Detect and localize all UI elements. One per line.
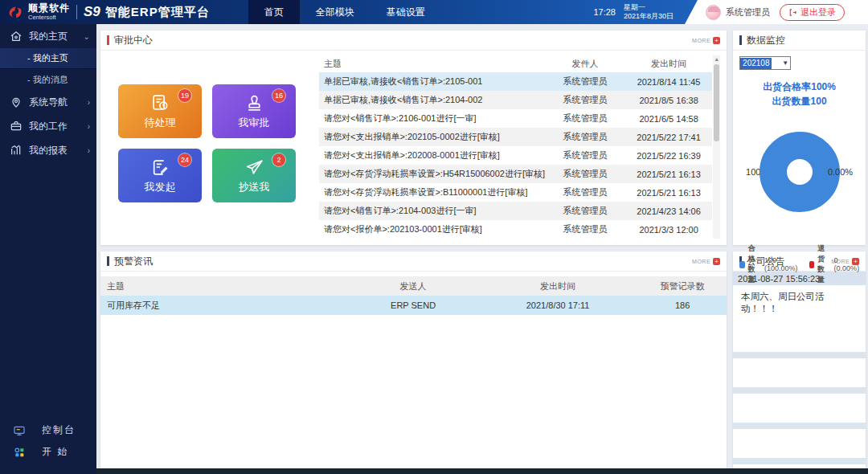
- more-label: MORE: [692, 38, 710, 43]
- sidebar-label: 系统导航: [29, 96, 68, 109]
- stamp-icon: [244, 93, 264, 113]
- table-row[interactable]: 请您对<支出报销单>:202008-0001进行[审核] 系统管理员 2021/…: [319, 146, 712, 165]
- table-row[interactable]: 请您对<报价单>:202103-0001进行[审核] 系统管理员 2021/3/…: [319, 220, 712, 239]
- table-row[interactable]: 单据已审核,请接收<销售订单>:2104-002 系统管理员 2021/8/5 …: [319, 91, 712, 109]
- row-time: 2021/6/5 14:58: [625, 114, 712, 124]
- table-row[interactable]: 请您对<销售订单>:2106-001进行[一审] 系统管理员 2021/6/5 …: [319, 109, 712, 128]
- sidebar-label: 我的主页: [29, 30, 68, 43]
- paper-plane-icon: [244, 157, 264, 178]
- sidebar-item-console[interactable]: 控制台: [0, 419, 96, 441]
- scrollbar[interactable]: ▲: [713, 55, 720, 239]
- row-time: 2021/8/5 16:38: [625, 96, 712, 105]
- row-subject: 请您对<支出报销单>:202105-0002进行[审核]: [319, 131, 545, 143]
- legend-swatch: [739, 261, 744, 268]
- weekday: 星期一: [624, 3, 674, 12]
- more-plus-icon: +: [713, 258, 720, 265]
- col-time: 发出时间: [625, 58, 712, 70]
- scroll-up-icon[interactable]: ▲: [713, 55, 720, 63]
- top-bar: 顺景软件 Centersoft S9 智能ERP管理平台 首页 全部模块 基础设…: [0, 0, 868, 24]
- legend-item[interactable]: 退货数量 0 (0.00%): [809, 243, 860, 285]
- chevron-right-icon: ›: [88, 146, 90, 155]
- top-nav: 首页 全部模块 基础设置: [248, 0, 441, 24]
- sidebar-item-system-nav[interactable]: 系统导航 ›: [0, 90, 96, 114]
- row-time: 2021/5/21 16:13: [625, 170, 712, 179]
- scroll-thumb[interactable]: [714, 64, 719, 141]
- dropdown-arrow-icon: ▼: [782, 59, 790, 67]
- alerts-panel: 预警资讯 MORE + 主题 发送人 发出时间 预警记录数 可用库存不足 ERP…: [100, 251, 727, 468]
- chart-icon: [10, 144, 23, 157]
- header-accent: [107, 256, 109, 266]
- tile-label: 抄送我: [239, 180, 270, 194]
- legend-label: 退货数量: [817, 243, 831, 285]
- sidebar-item-my-home[interactable]: 我的主页 ⌄: [0, 24, 96, 48]
- nav-basic-settings[interactable]: 基础设置: [371, 0, 441, 24]
- row-sender: 系统管理员: [545, 223, 625, 235]
- col-count: 预警记录数: [638, 280, 727, 292]
- col-time: 发出时间: [477, 280, 638, 292]
- logout-label: 退出登录: [800, 6, 836, 18]
- bottom-strip: [96, 468, 868, 474]
- row-count: 186: [638, 300, 727, 310]
- logo-title: 顺景软件: [28, 3, 70, 13]
- tile-label: 我审批: [239, 116, 270, 130]
- clock-date: 星期一 2021年8月30日: [624, 3, 674, 22]
- tile-pending[interactable]: 19 待处理: [118, 84, 202, 138]
- row-subject: 请您对<销售订单>:2106-001进行[一审]: [319, 112, 545, 125]
- more-button[interactable]: MORE +: [692, 37, 720, 44]
- announcement-placeholders: [733, 323, 866, 464]
- table-row[interactable]: 请您对<支出报销单>:202105-0002进行[审核] 系统管理员 2021/…: [319, 128, 712, 146]
- row-subject: 请您对<销售订单>:2104-003进行[一审]: [319, 205, 545, 217]
- approval-table: 主题 发件人 发出时间 单据已审核,请接收<销售订单>:2105-001 系统管…: [319, 55, 720, 239]
- tile-label: 待处理: [145, 116, 176, 130]
- row-time: 2021/5/22 17:41: [625, 133, 712, 142]
- row-subject: 请您对<支出报销单>:202008-0001进行[审核]: [319, 149, 545, 161]
- monitor-summary: 出货合格率100% 出货数量100: [739, 80, 859, 108]
- app-logo: 顺景软件 Centersoft S9 智能ERP管理平台: [0, 3, 210, 21]
- date: 2021年8月30日: [624, 12, 674, 21]
- table-row[interactable]: 单据已审核,请接收<销售订单>:2105-001 系统管理员 2021/8/14…: [319, 72, 712, 91]
- approval-tiles: 19 待处理 16 我审批 24 我发起 2: [108, 84, 311, 239]
- sidebar-item-my-reports[interactable]: 我的报表 ›: [0, 138, 96, 162]
- sidebar-sub-my-messages[interactable]: - 我的消息: [0, 69, 96, 90]
- period-select[interactable]: 202108 ▼: [739, 56, 791, 70]
- legend-item[interactable]: 合格数量 100 (100.00%): [739, 243, 798, 285]
- sidebar-item-my-work[interactable]: 我的工作 ›: [0, 114, 96, 138]
- table-row[interactable]: 请您对<存货浮动耗损率设置>:B11000001进行[审核] 系统管理员 202…: [319, 183, 712, 202]
- col-sender: 发送人: [349, 280, 477, 292]
- console-icon: [13, 424, 26, 437]
- product-title: 智能ERP管理平台: [105, 5, 210, 20]
- table-header: 主题 发送人 发出时间 预警记录数: [100, 276, 727, 296]
- approval-center-panel: 审批中心 MORE + 19 待处理 16 我审批: [100, 31, 727, 245]
- tile-cc-to-me[interactable]: 2 抄送我: [212, 149, 296, 202]
- more-plus-icon: +: [713, 37, 720, 44]
- logo-icon: [6, 3, 24, 21]
- sidebar-sub-my-home[interactable]: - 我的主页: [0, 48, 96, 69]
- table-row[interactable]: 请您对<存货浮动耗损率设置>:H54R15006002进行[审核] 系统管理员 …: [319, 165, 712, 183]
- col-sender: 发件人: [545, 58, 625, 70]
- row-subject: 单据已审核,请接收<销售订单>:2105-001: [319, 76, 545, 88]
- row-sender: 系统管理员: [545, 76, 625, 88]
- nav-all-modules[interactable]: 全部模块: [300, 0, 371, 24]
- username: 系统管理员: [726, 6, 770, 18]
- main-content: 审批中心 MORE + 19 待处理 16 我审批: [96, 24, 868, 468]
- nav-home[interactable]: 首页: [248, 0, 300, 24]
- table-row[interactable]: 可用库存不足 ERP SEND 2021/8/30 17:11 186: [100, 296, 727, 315]
- logout-button[interactable]: 退出登录: [780, 4, 845, 21]
- row-sender: 系统管理员: [545, 149, 625, 161]
- row-time: 2021/8/30 17:11: [477, 300, 638, 310]
- sidebar-item-start[interactable]: 开 始: [0, 441, 96, 463]
- tile-initiated-by-me[interactable]: 24 我发起: [118, 149, 202, 202]
- row-subject: 请您对<存货浮动耗损率设置>:H54R15006002进行[审核]: [319, 168, 545, 180]
- tile-my-approvals[interactable]: 16 我审批: [212, 84, 296, 138]
- shipment-qty-text: 出货数量100: [739, 94, 859, 108]
- avatar[interactable]: [706, 5, 721, 20]
- chevron-right-icon: ›: [88, 98, 90, 107]
- announcement-content: 本周六、周日公司活动！！！: [733, 285, 866, 323]
- more-button[interactable]: MORE +: [692, 258, 720, 265]
- badge-count: 2: [272, 153, 285, 166]
- table-row[interactable]: 请您对<销售订单>:2104-003进行[一审] 系统管理员 2021/4/23…: [319, 202, 712, 220]
- pass-rate-text: 出货合格率100%: [739, 80, 859, 94]
- legend-value: 0 (0.00%): [834, 256, 860, 272]
- header-accent: [739, 35, 742, 45]
- console-label: 控制台: [42, 423, 76, 437]
